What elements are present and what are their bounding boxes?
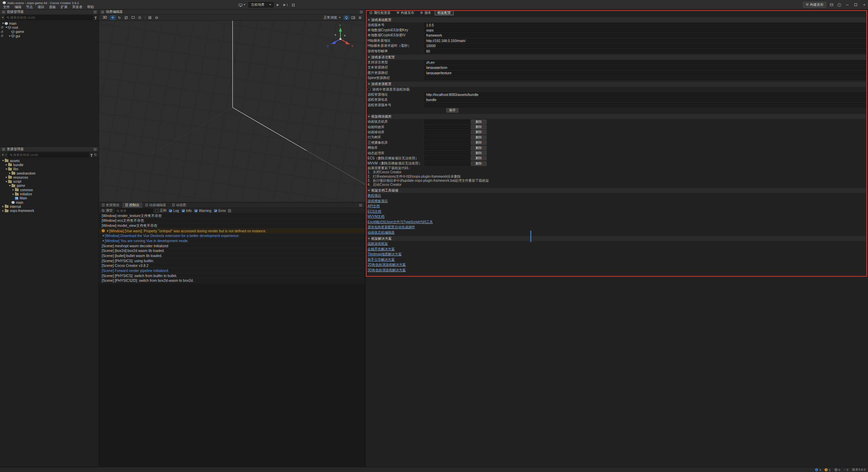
step-button[interactable]: ▶ xyxy=(282,2,289,7)
doc-link[interactable]: 战旗游戏框架 xyxy=(368,241,388,246)
gizmo-neg-axis-dot[interactable] xyxy=(335,34,336,36)
module-field[interactable] xyxy=(425,125,470,129)
tree-toggle[interactable] xyxy=(1,160,4,161)
log-row-12[interactable]: [Scene] Forward render pipeline initiali… xyxy=(99,268,365,273)
refresh-icon[interactable]: ↻ xyxy=(94,153,97,157)
doc-link[interactable]: Excel格式转Json文件与TypeScript代码工具 xyxy=(368,220,433,224)
inspector-tab-属性检查器[interactable]: 属性检查器 xyxy=(367,11,393,15)
log-row-9[interactable]: [Scene] [bullet]:bullet wasm lib loaded. xyxy=(99,253,365,258)
preview-platform-button[interactable] xyxy=(237,2,247,7)
menu-item-6[interactable]: 扩展 xyxy=(58,5,70,9)
tree-row-seedrandom[interactable]: seedrandom xyxy=(0,171,99,175)
doc-link[interactable]: 全栈开发解决方案 xyxy=(368,247,395,252)
gizmo-x-label[interactable]: X xyxy=(351,44,353,48)
tree-row-resources[interactable]: resources xyxy=(0,175,99,179)
tree-row-initialize[interactable]: initialize xyxy=(0,192,99,196)
section-toggle[interactable] xyxy=(367,83,370,85)
console-filter-Log[interactable]: Log xyxy=(169,209,179,213)
inspector-tab-构建发布[interactable]: ⚒构建发布 xyxy=(394,11,417,15)
section-header-框架解决方案[interactable]: 框架解决方案 xyxy=(366,236,866,241)
clear-console-button[interactable]: 清空 xyxy=(102,208,113,213)
build-publish-button[interactable]: ⚒ 构建发布 xyxy=(803,2,826,8)
open-log-file-icon[interactable] xyxy=(228,209,231,212)
tree-row-Main[interactable]: TSMain xyxy=(0,196,99,200)
delete-button[interactable]: 删除 xyxy=(471,140,487,145)
tree-toggle[interactable] xyxy=(5,27,8,28)
doc-link[interactable]: 新手引导解决方案 xyxy=(368,257,395,262)
tree-toggle[interactable] xyxy=(8,35,11,37)
error-count[interactable]: × 0 xyxy=(834,468,840,472)
log-expand-toggle[interactable] xyxy=(102,235,105,237)
tree-row-bundle[interactable]: bundle xyxy=(0,163,99,167)
add-node-button[interactable]: + xyxy=(2,16,4,19)
property-input[interactable]: framework xyxy=(425,33,866,37)
doc-link[interactable]: 教程项目 xyxy=(368,193,381,198)
console-filter-Error[interactable]: Error xyxy=(214,209,226,213)
log-row-10[interactable]: [Scene] [PHYSICS]: using builtin. xyxy=(99,258,365,263)
section-toggle[interactable] xyxy=(367,19,370,21)
section-header-框架模块裁剪[interactable]: 框架模块裁剪 xyxy=(366,114,866,119)
property-input[interactable] xyxy=(425,76,866,80)
log-row-3[interactable]: [Window] model_view文件夹不存在 xyxy=(99,223,365,229)
move-tool-button[interactable] xyxy=(110,15,116,20)
log-expand-toggle[interactable] xyxy=(102,240,105,242)
inspector-tab-框架配置[interactable]: 框架配置 xyxy=(435,11,454,15)
delete-button[interactable]: 删除 xyxy=(471,135,487,140)
menu-item-4[interactable]: 项目 xyxy=(35,5,47,9)
play-button[interactable]: ▶ xyxy=(275,2,280,7)
log-row-6[interactable]: [Window] You are running Vue in developm… xyxy=(99,238,365,243)
tree-toggle[interactable] xyxy=(1,210,4,212)
delete-button[interactable]: 删除 xyxy=(471,125,487,129)
scrollbar-thumb[interactable] xyxy=(530,231,531,242)
sort-icon[interactable]: ↕ xyxy=(5,153,7,156)
console-tab-资源预览[interactable]: 资源预览 xyxy=(99,202,122,208)
property-input[interactable]: language/json xyxy=(425,65,866,70)
delete-button[interactable]: 删除 xyxy=(471,130,487,134)
section-header-框架文档工具链接[interactable]: 框架文档工具链接 xyxy=(366,188,866,193)
tree-row-main[interactable]: main xyxy=(0,21,99,25)
close-button[interactable]: × xyxy=(861,0,867,9)
add-asset-button[interactable]: + xyxy=(2,153,4,157)
tree-row-main[interactable]: main xyxy=(0,200,99,204)
panel-menu-icon[interactable] xyxy=(359,204,362,206)
delete-button[interactable]: 删除 xyxy=(471,146,487,150)
tree-toggle[interactable] xyxy=(1,23,4,24)
log-row-1[interactable]: [Window] render_texture文件夹不存在 xyxy=(99,214,365,219)
doc-link[interactable]: 动画状态机编辑器 xyxy=(368,230,395,235)
panel-menu-icon[interactable] xyxy=(360,11,363,13)
module-field[interactable] xyxy=(425,161,470,165)
checkbox[interactable] xyxy=(182,209,185,212)
doc-link[interactable]: 游戏模板项目 xyxy=(368,199,388,203)
log-row-8[interactable]: [Scene] [box2d]:box2d wasm lib loaded. xyxy=(99,248,365,253)
console-tab-动画图[interactable]: 动画图 xyxy=(169,202,189,208)
property-input[interactable]: bundle xyxy=(425,98,866,102)
console-tab-控制台[interactable]: 控制台 xyxy=(122,202,142,208)
module-field[interactable] xyxy=(425,130,470,134)
assets-search[interactable] xyxy=(8,153,89,157)
filter-icon[interactable] xyxy=(94,17,97,18)
log-expand-toggle[interactable] xyxy=(106,230,109,232)
gizmo-space-button[interactable] xyxy=(154,15,160,20)
panel-layout-icon[interactable] xyxy=(829,2,834,7)
console-tab-动画编辑器[interactable]: 动画编辑器 xyxy=(142,202,169,208)
scene-light-toggle[interactable] xyxy=(343,15,349,20)
menu-item-5[interactable]: 面板 xyxy=(47,5,58,9)
mode-3d-button[interactable]: 3D xyxy=(101,16,109,19)
filter-icon[interactable] xyxy=(90,154,93,156)
tree-row-common[interactable]: common xyxy=(0,188,99,192)
panel-menu-icon[interactable] xyxy=(94,11,97,13)
section-header-游戏基础配置[interactable]: 游戏基础配置 xyxy=(366,17,866,22)
remote-load-checkbox[interactable] xyxy=(368,88,371,91)
tree-row-assets[interactable]: assets xyxy=(0,159,99,163)
property-input[interactable] xyxy=(425,103,866,107)
hierarchy-search[interactable] xyxy=(5,15,93,20)
menu-item-3[interactable]: 节点 xyxy=(24,5,35,9)
message-count[interactable]: i 3 xyxy=(815,468,821,472)
scene-settings-button[interactable]: ⚙ xyxy=(357,15,363,20)
scene-viewport[interactable]: Y X Z xyxy=(99,21,365,202)
log-row-13[interactable]: [Scene] [PHYSICS]: switch from builtin t… xyxy=(99,273,365,278)
section-header-游戏多语言配置[interactable]: 游戏多语言配置 xyxy=(366,55,866,60)
module-field[interactable] xyxy=(425,120,470,124)
console-search[interactable] xyxy=(115,209,153,213)
property-input[interactable]: 1.0.5 xyxy=(425,23,866,27)
